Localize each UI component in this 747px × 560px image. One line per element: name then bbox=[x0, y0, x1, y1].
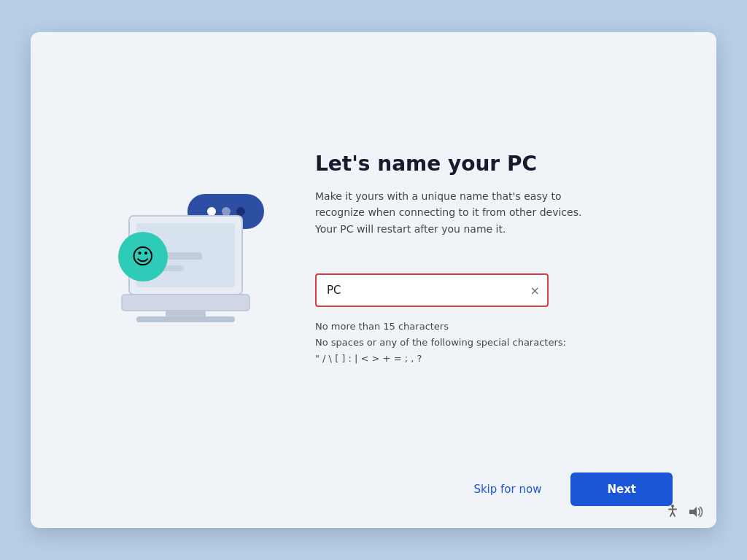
hint-line-3: " / \ [ ] : | < > + = ; , ? bbox=[315, 351, 673, 367]
clear-icon[interactable]: × bbox=[530, 284, 540, 298]
content-area: Let's name your PC Make it yours with a … bbox=[293, 137, 673, 367]
svg-rect-4 bbox=[122, 295, 249, 311]
pc-name-input[interactable] bbox=[315, 273, 549, 307]
volume-icon[interactable] bbox=[689, 505, 705, 521]
hint-line-1: No more than 15 characters bbox=[315, 319, 673, 335]
page-title: Let's name your PC bbox=[315, 152, 673, 176]
footer: Skip for now Next bbox=[31, 458, 716, 528]
laptop-illustration: ☺ bbox=[104, 179, 264, 325]
input-hint: No more than 15 characters No spaces or … bbox=[315, 319, 673, 367]
hint-line-2: No spaces or any of the following specia… bbox=[315, 335, 673, 351]
taskbar-area bbox=[654, 498, 716, 528]
window-body: ☺ Let's name your PC Make it yours with … bbox=[31, 32, 716, 458]
skip-for-now-button[interactable]: Skip for now bbox=[459, 474, 556, 505]
smiley-circle: ☺ bbox=[118, 232, 168, 281]
svg-marker-12 bbox=[689, 507, 697, 517]
accessibility-icon[interactable] bbox=[665, 504, 680, 522]
page-subtitle: Make it yours with a unique name that's … bbox=[315, 188, 592, 237]
setup-window: ☺ Let's name your PC Make it yours with … bbox=[31, 32, 716, 528]
illustration-area: ☺ bbox=[74, 179, 293, 325]
svg-rect-6 bbox=[136, 316, 235, 322]
svg-line-11 bbox=[673, 512, 675, 516]
smiley-face-icon: ☺ bbox=[131, 246, 154, 268]
pc-name-input-wrapper: × bbox=[315, 273, 549, 307]
